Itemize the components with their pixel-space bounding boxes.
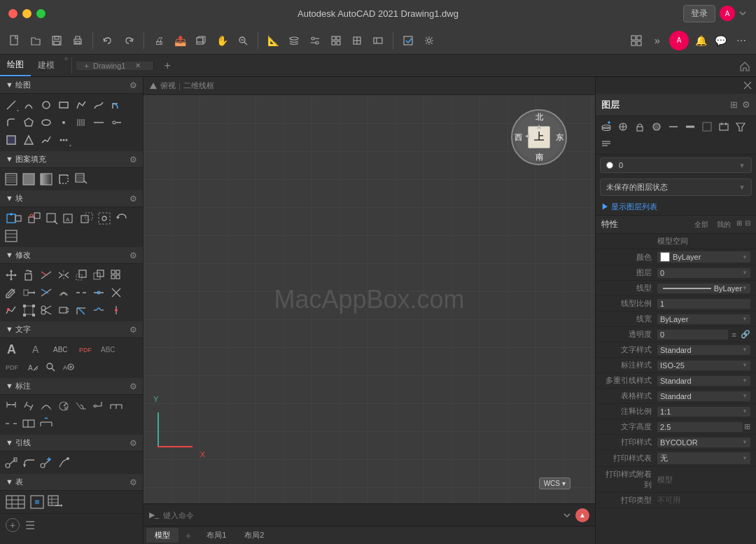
panel-hatch[interactable]: ▼ 图案填充 ⚙ [0,151,143,168]
circle-tool[interactable] [38,97,55,113]
new-tab-plus[interactable]: + [158,55,176,76]
group-icon[interactable] [327,32,345,50]
add-panel-button[interactable]: + [6,518,20,532]
edit-block[interactable] [43,210,60,227]
scissors-tool[interactable] [38,302,55,319]
panel-table-gear[interactable]: ⚙ [130,477,137,487]
lt-transparency[interactable] [699,119,715,134]
lt-lineweight[interactable] [682,119,698,134]
panel-draw[interactable]: ▼ 绘图 ⚙ [0,77,143,94]
trim-tool[interactable] [38,267,55,284]
lt-linetype[interactable] [666,119,681,134]
layer-zero-dropdown[interactable]: 0 ▼ [600,158,752,173]
external-ref[interactable] [78,210,95,227]
prop-color-dropdown[interactable]: ByLayer ▼ [657,251,750,263]
polygon-tool[interactable] [20,114,37,131]
isolate-icon[interactable] [348,32,366,50]
extract-data[interactable] [3,228,20,244]
lt-new-layer[interactable] [598,119,614,134]
panel-annotation-gear[interactable]: ⚙ [130,382,137,391]
grips-tool[interactable] [20,302,37,319]
dim-update[interactable] [38,415,55,432]
maximize-button[interactable] [36,9,46,18]
pedit-tool[interactable] [3,302,20,319]
panel-modify-gear[interactable]: ⚙ [130,251,137,260]
abc-tool[interactable]: ABC [50,341,76,358]
offset-tool[interactable] [55,284,72,301]
transparency-edit-icon[interactable]: ≡ [732,330,736,339]
break-tool[interactable] [73,284,90,301]
list-panel-button[interactable]: ☰ [25,519,35,532]
tab-collapse[interactable]: « [62,55,71,76]
prop-annotscale-dropdown[interactable]: 1:1 ▼ [657,407,750,417]
dim-radius[interactable]: R [55,398,72,414]
hatch-tool[interactable] [3,171,20,188]
prop-plotstyle-table-dropdown[interactable]: 无 ▼ [657,452,750,464]
rp-settings-icon[interactable]: ⚙ [742,99,750,110]
gradient-tool[interactable] [38,171,55,188]
region-tool[interactable] [3,132,20,148]
command-input[interactable] [163,511,557,519]
view3d-icon[interactable] [192,32,210,50]
extract-table[interactable] [46,494,63,510]
lend-tool[interactable] [55,302,72,319]
wipeout-tool[interactable] [20,132,37,148]
rect-tool[interactable] [55,97,72,113]
prop-plotstyle-dropdown[interactable]: BYCOLOR ▼ [657,438,750,447]
panel-hatch-gear[interactable]: ⚙ [130,155,137,165]
tab-draw[interactable]: 绘图 [0,55,31,76]
lt-plot[interactable] [716,119,732,134]
settings-icon[interactable] [420,32,438,50]
tab-add-layout[interactable]: + [180,528,197,543]
erase-tool[interactable] [3,284,20,301]
pdf-text-tool[interactable]: PDF [76,341,97,358]
panel-annotation[interactable]: ▼ 标注 ⚙ [0,378,143,395]
open-file-icon[interactable] [27,32,45,50]
dim-ordinate[interactable] [90,398,107,414]
dim-angle[interactable] [73,398,90,414]
compass[interactable]: 北 南 西 东 上 [511,109,567,165]
explode-tool[interactable] [108,284,125,301]
mtext-tool[interactable]: A [3,341,28,358]
show-layers-link[interactable]: ▶ 显示图层列表 [596,199,756,215]
properties-icon[interactable] [306,32,324,50]
3dpoly-tool[interactable] [38,132,55,148]
copy-tool[interactable] [90,267,107,284]
panel-block-gear[interactable]: ⚙ [130,194,137,204]
chat-icon[interactable]: 💬 [711,32,729,50]
dim-linear[interactable] [3,398,20,414]
panel-block[interactable]: ▼ 块 ⚙ [0,190,143,207]
stretch-tool[interactable] [20,284,37,301]
panel-leader[interactable]: ▼ 引线 ⚙ [0,435,143,452]
avatar[interactable]: A [720,6,735,21]
deform-tool[interactable] [108,302,125,319]
array-tool[interactable] [108,267,125,284]
zoom-icon[interactable] [234,32,252,50]
ellipse-tool[interactable] [38,114,55,131]
prop-transparency-input[interactable] [657,330,728,340]
extend-tool[interactable] [38,284,55,301]
block-editor[interactable] [96,210,113,227]
sync-attr[interactable] [113,210,130,227]
boundary-tool[interactable] [55,171,72,188]
leader-edit-tool[interactable] [55,454,72,471]
panel-draw-gear[interactable]: ⚙ [130,81,137,90]
prop-mleaderstyle-dropdown[interactable]: Standard ▼ [657,376,750,386]
measure-icon[interactable]: 📐 [264,32,282,50]
props-expand-icon[interactable]: ⊞ [736,219,742,230]
magnify-tool[interactable]: A [59,358,76,375]
tab-layout1[interactable]: 布局1 [198,528,234,543]
tab-all[interactable]: 全部 [692,219,711,230]
mleader-tool[interactable] [3,454,20,471]
wcs-badge[interactable]: WCS ▾ [539,477,570,489]
more-icon[interactable]: ⋯ [732,32,750,50]
home-icon[interactable] [739,60,750,71]
view-ortho[interactable]: 俯视 [160,81,176,91]
dim-arc[interactable] [38,398,55,414]
spell-tool[interactable]: A [24,358,41,375]
create-block[interactable] [26,210,43,227]
move-tool[interactable] [3,267,20,284]
spline-tool[interactable] [90,97,107,113]
prop-linetype-dropdown[interactable]: ByLayer ▼ [657,284,750,293]
blend-tool[interactable] [90,302,107,319]
